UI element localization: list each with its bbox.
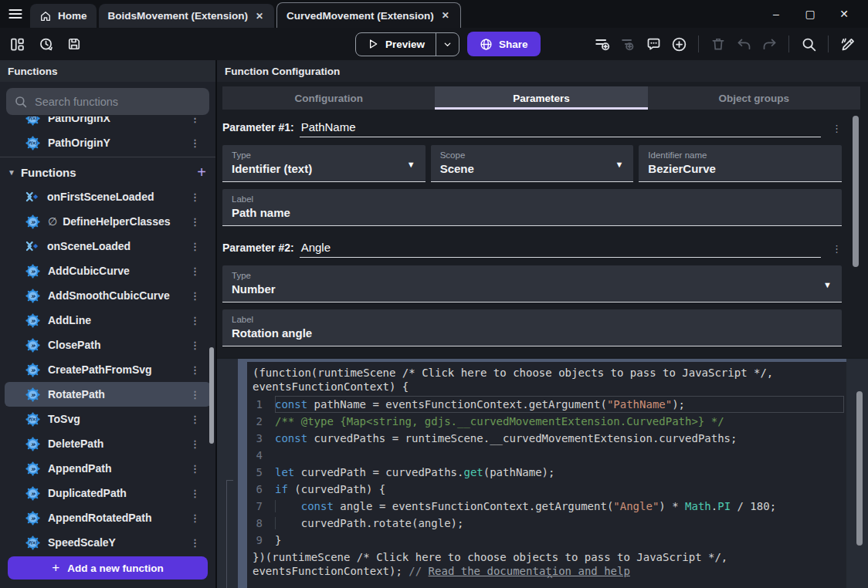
- item-menu-icon[interactable]: ⋮: [187, 512, 203, 524]
- item-menu-icon[interactable]: ⋮: [187, 463, 203, 475]
- edit-scene-icon[interactable]: [839, 35, 857, 53]
- tab-label: CurvedMovement (Extension): [287, 10, 434, 22]
- tab-curvedmovement[interactable]: CurvedMovement (Extension) ✕: [276, 2, 461, 28]
- add-subevent-icon[interactable]: [619, 35, 637, 53]
- function-list-item[interactable]: f(x)ToSvg⋮: [5, 407, 211, 431]
- function-list-item[interactable]: f(x)PathOriginX⋮: [5, 117, 211, 130]
- parameter-2-name-input[interactable]: Angle: [300, 241, 821, 258]
- function-list-item[interactable]: f(x)SpeedScaleY⋮: [5, 530, 211, 550]
- code-line[interactable]: 3const curvedPaths = runtimeScene.__curv…: [247, 430, 846, 447]
- code-scrollbar[interactable]: [856, 391, 863, 546]
- param2-label-input[interactable]: Label Rotation angle: [222, 309, 842, 346]
- item-menu-icon[interactable]: ⋮: [187, 265, 203, 277]
- function-list-item[interactable]: »CreatePathFromSvg⋮: [5, 357, 211, 382]
- function-list-item[interactable]: »AddCubicCurve⋮: [5, 259, 211, 283]
- search-icon[interactable]: [799, 35, 818, 53]
- parameter-2-row: Parameter #2: Angle ⋮: [222, 241, 842, 258]
- code-line[interactable]: 5let curvedPath = curvedPaths.get(pathNa…: [247, 464, 846, 481]
- item-menu-icon[interactable]: ⋮: [187, 438, 203, 450]
- share-button[interactable]: Share: [467, 32, 541, 56]
- param1-label-input[interactable]: Label Path name: [222, 189, 842, 226]
- functions-section-header[interactable]: ▼Functions+: [0, 160, 215, 184]
- close-window-icon[interactable]: ✕: [832, 8, 856, 20]
- function-list-item[interactable]: »AppendRotatedPath⋮: [5, 505, 211, 530]
- item-menu-icon[interactable]: ⋮: [187, 364, 203, 376]
- add-event-icon[interactable]: [593, 35, 612, 53]
- item-menu-icon[interactable]: ⋮: [187, 488, 203, 499]
- function-list-item[interactable]: »ClosePath⋮: [5, 333, 211, 357]
- maximize-icon[interactable]: ▢: [798, 8, 822, 20]
- function-list-item[interactable]: onSceneLoaded⋮: [5, 234, 211, 259]
- parameter-2-menu-icon[interactable]: ⋮: [821, 243, 842, 258]
- collapse-triangle-icon[interactable]: ▼: [8, 168, 15, 177]
- add-icon[interactable]: +: [197, 164, 206, 181]
- item-menu-icon[interactable]: ⋮: [187, 117, 203, 124]
- item-menu-icon[interactable]: ⋮: [187, 414, 203, 425]
- function-list-item[interactable]: »AppendPath⋮: [5, 456, 211, 481]
- close-icon[interactable]: ✕: [254, 9, 265, 23]
- param1-scope-select[interactable]: Scope Scene ▼: [431, 145, 634, 182]
- param2-type-select[interactable]: Type Number ▼: [222, 265, 842, 302]
- minimize-icon[interactable]: –: [765, 8, 788, 20]
- close-icon[interactable]: ✕: [440, 8, 451, 22]
- param1-type-select[interactable]: Type Identifier (text) ▼: [222, 145, 426, 182]
- globe-icon: [480, 38, 493, 51]
- undo-icon[interactable]: [734, 35, 753, 53]
- add-circle-icon[interactable]: [670, 35, 688, 53]
- item-menu-icon[interactable]: ⋮: [187, 340, 203, 351]
- item-menu-icon[interactable]: ⋮: [187, 315, 203, 326]
- tab-home[interactable]: Home: [30, 4, 97, 28]
- parameter-1-name-input[interactable]: PathName: [300, 120, 821, 137]
- trash-icon[interactable]: [709, 35, 727, 53]
- config-scrollbar[interactable]: [853, 116, 859, 267]
- item-menu-icon[interactable]: ⋮: [187, 241, 203, 252]
- function-list-item[interactable]: »∅DefineHelperClasses⋮: [5, 209, 211, 234]
- code-line[interactable]: 7 const angle = eventsFunctionContext.ge…: [247, 498, 846, 515]
- code-line[interactable]: 9}: [247, 532, 846, 549]
- preview-button[interactable]: Preview: [355, 32, 459, 56]
- js-code-event[interactable]: (function(runtimeScene /* Click here to …: [238, 359, 846, 588]
- functions-sidebar: Functions f(x)PathOriginX⋮f(x)PathOrigin…: [0, 60, 217, 588]
- save-icon[interactable]: [65, 35, 83, 53]
- function-name: PathOriginY: [48, 137, 110, 149]
- preview-dropdown-button[interactable]: [436, 33, 459, 56]
- sidebar-scrollbar[interactable]: [209, 347, 214, 444]
- function-list-item[interactable]: »AddLine⋮: [5, 308, 211, 333]
- item-menu-icon[interactable]: ⋮: [187, 216, 203, 228]
- add-function-button[interactable]: + Add a new function: [8, 556, 208, 580]
- history-icon[interactable]: [36, 35, 55, 53]
- item-menu-icon[interactable]: ⋮: [187, 191, 203, 203]
- search-functions-box[interactable]: [6, 88, 209, 115]
- function-list-item[interactable]: »DuplicatedPath⋮: [5, 481, 211, 505]
- add-comment-icon[interactable]: [644, 35, 663, 53]
- code-line[interactable]: 8 curvedPath.rotate(angle);: [247, 515, 846, 532]
- code-text: }: [275, 532, 844, 549]
- redo-icon[interactable]: [760, 35, 778, 53]
- item-menu-icon[interactable]: ⋮: [187, 537, 203, 549]
- tab-parameters[interactable]: Parameters: [435, 86, 647, 110]
- code-line[interactable]: 6if (curvedPath) {: [247, 481, 846, 498]
- item-menu-icon[interactable]: ⋮: [187, 389, 203, 400]
- function-list-item[interactable]: »DeletePath⋮: [5, 431, 211, 456]
- code-lines[interactable]: 1const pathName = eventsFunctionContext.…: [247, 396, 846, 549]
- function-list-item[interactable]: »AddSmoothCubicCurve⋮: [5, 283, 211, 308]
- function-list-item[interactable]: »RotatePath⋮: [5, 382, 211, 407]
- tab-configuration[interactable]: Configuration: [222, 86, 435, 110]
- menu-icon[interactable]: [0, 6, 30, 22]
- function-name: PathOriginX: [48, 117, 110, 124]
- tab-boidsmovement[interactable]: BoidsMovement (Extension) ✕: [99, 4, 275, 28]
- item-menu-icon[interactable]: ⋮: [187, 290, 203, 302]
- param1-identifier-input[interactable]: Identifier name BezierCurve: [639, 145, 842, 182]
- parameter-1-menu-icon[interactable]: ⋮: [821, 123, 842, 137]
- tab-object-groups[interactable]: Object groups: [648, 86, 860, 110]
- function-list-item[interactable]: onFirstSceneLoaded⋮: [5, 184, 211, 209]
- search-functions-input[interactable]: [35, 96, 189, 108]
- expand-caret-icon[interactable]: ^: [547, 573, 553, 585]
- code-line[interactable]: 2/** @type {Map<string, gdjs.__curvedMov…: [247, 413, 846, 430]
- project-manager-icon[interactable]: [8, 35, 26, 53]
- code-line[interactable]: 1const pathName = eventsFunctionContext.…: [247, 396, 846, 413]
- code-wrapper-line: })(runtimeScene /* Click here to choose …: [247, 550, 846, 564]
- function-list-item[interactable]: f(x)PathOriginY⋮: [5, 130, 211, 155]
- code-line[interactable]: 4: [247, 447, 846, 464]
- item-menu-icon[interactable]: ⋮: [187, 137, 203, 149]
